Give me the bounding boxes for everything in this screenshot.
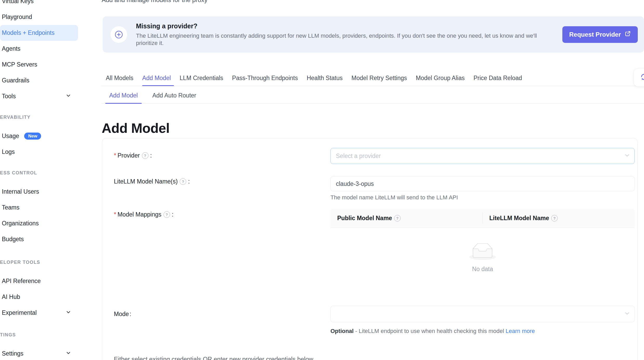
mappings-table-header: Public Model Name ? LiteLLM Model Name ? <box>330 209 635 228</box>
mode-label-text: Mode <box>114 311 129 318</box>
mappings-table-empty-state: No data <box>330 228 635 297</box>
sidebar-item-tools[interactable]: Tools <box>0 88 78 104</box>
sidebar-item-label: Usage <box>2 133 19 140</box>
sidebar-item-guardrails[interactable]: Guardrails <box>0 73 78 88</box>
new-badge: New <box>24 133 41 140</box>
tab-pass-through-endpoints[interactable]: Pass-Through Endpoints <box>232 70 298 86</box>
tab-model-retry-settings[interactable]: Model Retry Settings <box>352 70 407 86</box>
sidebar-item-organizations[interactable]: Organizations <box>0 215 78 231</box>
mode-helper-optional: Optional <box>330 328 354 334</box>
label-colon: : <box>172 211 173 218</box>
chevron-down-icon <box>66 309 71 317</box>
column-public-model-name: Public Model Name ? <box>330 215 483 222</box>
help-icon[interactable]: ? <box>180 178 186 185</box>
refresh-icon <box>640 73 644 82</box>
model-mappings-table: Public Model Name ? LiteLLM Model Name ? <box>330 209 635 297</box>
provider-label: * Provider ? : <box>114 148 152 163</box>
sidebar: Virtual Keys Playground Models + Endpoin… <box>0 0 86 360</box>
sidebar-item-agents[interactable]: Agents <box>0 41 78 57</box>
request-provider-label: Request Provider <box>569 31 621 38</box>
sidebar-item-teams[interactable]: Teams <box>0 200 78 215</box>
mode-helper-text: - LiteLLM endpoint to use when health ch… <box>355 328 505 334</box>
help-icon[interactable]: ? <box>394 215 401 221</box>
sidebar-item-api-reference[interactable]: API Reference <box>0 273 78 289</box>
model-name-label: LiteLLM Model Name(s) ? : <box>114 174 190 189</box>
sidebar-item-label: Settings <box>2 350 23 357</box>
add-model-form-card: * Provider ? : Select a provider LiteLLM… <box>102 138 638 360</box>
sidebar-item-mcp-servers[interactable]: MCP Servers <box>0 57 78 73</box>
add-model-subtabbar: Add Model Add Auto Router <box>101 87 644 104</box>
app-window: Virtual Keys Playground Models + Endpoin… <box>0 0 644 360</box>
tab-health-status[interactable]: Health Status <box>307 70 343 86</box>
external-link-icon <box>625 30 631 38</box>
learn-more-link[interactable]: Learn more <box>506 328 535 334</box>
banner-title: Missing a provider? <box>136 22 562 30</box>
plus-circle-icon <box>110 26 127 43</box>
help-icon[interactable]: ? <box>164 211 170 218</box>
sidebar-item-settings[interactable]: Settings <box>0 346 78 360</box>
models-tabbar: All Models Add Model LLM Credentials Pas… <box>101 70 644 86</box>
provider-placeholder: Select a provider <box>336 153 381 160</box>
sidebar-nav: Virtual Keys Playground Models + Endpoin… <box>0 0 86 360</box>
sidebar-item-label: Tools <box>2 93 16 100</box>
sidebar-item-models-endpoints[interactable]: Models + Endpoints <box>0 25 78 41</box>
sidebar-item-label: AI Hub <box>2 293 20 300</box>
sidebar-item-label: Agents <box>2 45 21 52</box>
request-provider-button[interactable]: Request Provider <box>562 26 638 43</box>
sidebar-section-observability: ERVABILITY <box>0 115 86 120</box>
provider-control: Select a provider <box>330 148 635 164</box>
sidebar-item-label: Internal Users <box>2 188 39 195</box>
help-icon[interactable]: ? <box>142 152 148 159</box>
mode-select[interactable] <box>330 306 635 322</box>
chevron-down-icon <box>624 152 630 160</box>
page-title: Add Model <box>102 120 170 136</box>
subtab-add-auto-router[interactable]: Add Auto Router <box>148 87 200 103</box>
provider-select[interactable]: Select a provider <box>330 148 635 164</box>
label-colon: : <box>150 152 152 159</box>
help-icon[interactable]: ? <box>551 215 558 221</box>
sidebar-item-label: Guardrails <box>2 77 29 84</box>
model-mappings-label: * Model Mappings ? : <box>114 207 173 222</box>
sidebar-item-logs[interactable]: Logs <box>0 144 78 160</box>
mode-label: Mode : <box>114 306 131 322</box>
sidebar-item-label: Experimental <box>2 309 37 316</box>
tab-add-model[interactable]: Add Model <box>142 70 171 86</box>
chevron-down-icon <box>66 350 71 357</box>
chevron-down-icon <box>624 310 630 318</box>
tab-llm-credentials[interactable]: LLM Credentials <box>180 70 223 86</box>
column-litellm-model-name: LiteLLM Model Name ? <box>483 215 635 222</box>
sidebar-item-internal-users[interactable]: Internal Users <box>0 184 78 200</box>
sidebar-item-budgets[interactable]: Budgets <box>0 231 78 247</box>
sidebar-item-virtual-keys[interactable]: Virtual Keys <box>0 0 78 9</box>
sidebar-item-playground[interactable]: Playground <box>0 9 78 25</box>
tab-price-data-reload[interactable]: Price Data Reload <box>473 70 522 86</box>
model-name-label-text: LiteLLM Model Name(s) <box>114 178 178 185</box>
model-mappings-label-text: Model Mappings <box>118 211 161 218</box>
model-name-input[interactable] <box>330 176 635 191</box>
label-colon: : <box>188 178 190 185</box>
required-asterisk: * <box>114 211 116 218</box>
model-name-helper: The model name LiteLLM will send to the … <box>330 194 635 201</box>
missing-provider-banner: Missing a provider? The LiteLLM engineer… <box>103 16 644 53</box>
sidebar-item-ai-hub[interactable]: AI Hub <box>0 289 78 305</box>
model-name-control <box>330 176 635 191</box>
tab-model-group-alias[interactable]: Model Group Alias <box>416 70 465 86</box>
empty-inbox-icon <box>469 243 496 261</box>
sidebar-item-usage[interactable]: Usage New <box>0 128 78 144</box>
mode-control <box>330 306 635 322</box>
sidebar-item-label: Playground <box>2 14 32 21</box>
subtab-add-model[interactable]: Add Model <box>105 87 142 103</box>
column-label: LiteLLM Model Name <box>489 215 549 222</box>
mode-helper: Optional - LiteLLM endpoint to use when … <box>330 326 535 336</box>
chevron-down-icon <box>66 93 71 100</box>
tab-all-models[interactable]: All Models <box>106 70 133 86</box>
no-data-text: No data <box>472 266 493 273</box>
banner-text: Missing a provider? The LiteLLM engineer… <box>136 22 562 47</box>
sidebar-item-experimental[interactable]: Experimental <box>0 305 78 321</box>
required-asterisk: * <box>114 152 116 159</box>
sidebar-section-settings: TINGS <box>0 332 86 337</box>
refresh-button[interactable] <box>634 68 644 87</box>
banner-description: The LiteLLM engineering team is constant… <box>136 32 542 47</box>
main-content: Add and manage models for the proxy Miss… <box>101 0 644 360</box>
sidebar-item-label: Budgets <box>2 236 24 243</box>
